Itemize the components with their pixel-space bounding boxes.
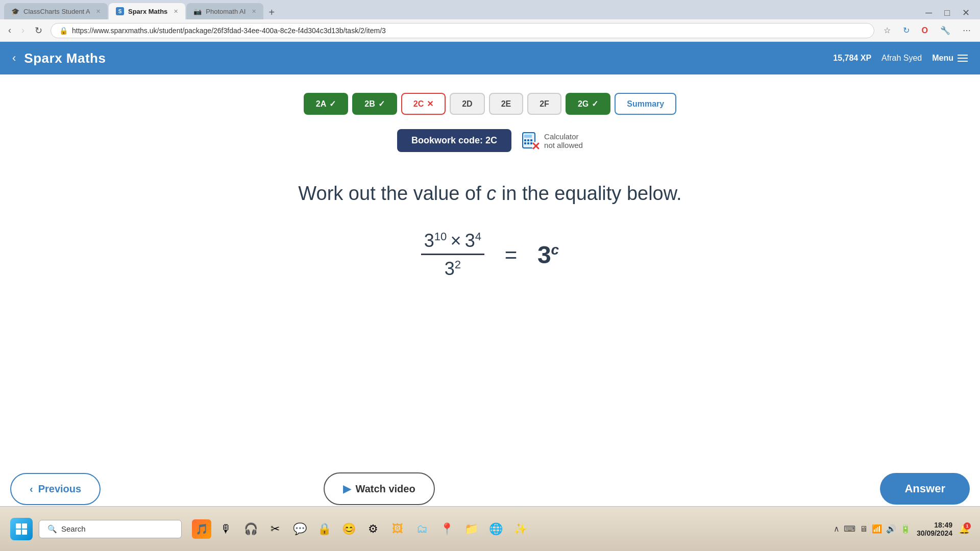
minimize-button[interactable]: ─ xyxy=(919,7,938,18)
tab-2A[interactable]: 2A ✓ xyxy=(304,93,348,115)
close-tab2-icon[interactable]: ✕ xyxy=(174,8,178,15)
address-bar[interactable]: 🔒 https://www.sparxmaths.uk/student/pack… xyxy=(51,23,874,38)
lock-icon: 🔒 xyxy=(59,27,68,35)
calculator-text: Calculator not allowed xyxy=(544,132,583,149)
address-bar-row: ‹ › ↻ 🔒 https://www.sparxmaths.uk/studen… xyxy=(0,19,980,42)
math-expression: 310 × 34 32 = 3c xyxy=(10,230,970,280)
date-text: 30/09/2024 xyxy=(917,529,952,537)
extension1-icon[interactable]: ↻ xyxy=(900,23,913,37)
tab-sparxmaths[interactable]: S Sparx Maths ✕ xyxy=(109,3,185,19)
new-tab-button[interactable]: + xyxy=(264,7,279,18)
bottom-nav: ‹ Previous ▶ Watch video Answer xyxy=(0,472,980,505)
fraction-denominator: 32 xyxy=(442,256,464,280)
app-back-button[interactable]: ‹ xyxy=(12,52,16,65)
taskbar-gallery-icon[interactable]: 🗂 xyxy=(412,519,432,539)
reload-button[interactable]: ↻ xyxy=(33,23,44,38)
svg-rect-1 xyxy=(524,135,532,138)
equals-sign: = xyxy=(499,243,523,267)
svg-rect-14 xyxy=(22,530,27,535)
taskbar-headphone-icon[interactable]: 🎧 xyxy=(241,519,260,539)
tab-summary-label: Summary xyxy=(627,99,664,109)
taskbar-search-icon: 🔍 xyxy=(47,524,57,534)
tab-2C-x-icon: ✕ xyxy=(427,99,433,109)
maximize-button[interactable]: □ xyxy=(938,7,956,18)
taskbar-arrow-icon[interactable]: ∧ xyxy=(834,524,840,534)
tab-2G-check-icon: ✓ xyxy=(592,99,598,109)
photomath-favicon: 📷 xyxy=(193,8,202,15)
bookmark-icon[interactable]: ☆ xyxy=(880,23,894,37)
exp-2: 2 xyxy=(455,258,461,271)
exp-4: 4 xyxy=(475,230,481,243)
back-nav-button[interactable]: ‹ xyxy=(6,23,13,38)
taskbar-time-display[interactable]: 18:49 30/09/2024 xyxy=(917,521,952,537)
start-button[interactable] xyxy=(10,518,33,540)
svg-rect-4 xyxy=(530,139,532,141)
extension3-icon[interactable]: 🔧 xyxy=(937,23,953,37)
tab-2C-label: 2C xyxy=(413,99,424,109)
taskbar-search-bar[interactable]: 🔍 Search xyxy=(39,520,182,538)
answer-button[interactable]: Answer xyxy=(880,473,969,505)
app-logo: Sparx Maths xyxy=(24,51,106,66)
tab-2B[interactable]: 2B ✓ xyxy=(352,93,397,115)
taskbar: 🔍 Search 🎵 🎙 🎧 ✂ 💬 🔒 😊 ⚙ 🖼 🗂 📍 📁 🌐 ✨ ∧ ⌨… xyxy=(0,506,980,551)
close-tab1-icon[interactable]: ✕ xyxy=(96,8,101,15)
question-suffix: in the equality below. xyxy=(496,183,681,204)
calculator-icon xyxy=(522,132,540,150)
classcharts-tab-title: ClassCharts Student App xyxy=(23,8,90,15)
taskbar-whatsapp-icon[interactable]: 💬 xyxy=(290,519,309,539)
taskbar-battery-icon: 🔋 xyxy=(900,524,911,534)
taskbar-folder-icon[interactable]: 📁 xyxy=(461,519,481,539)
previous-button[interactable]: ‹ Previous xyxy=(10,473,101,505)
tab-2B-check-icon: ✓ xyxy=(378,99,385,109)
notification-icon[interactable]: 🔔 1 xyxy=(959,523,970,535)
tab-2C[interactable]: 2C ✕ xyxy=(401,93,446,115)
taskbar-right: ∧ ⌨ 🖥 📶 🔊 🔋 18:49 30/09/2024 🔔 1 xyxy=(834,521,970,537)
calculator-line2: not allowed xyxy=(544,141,583,149)
question-prefix: Work out the value of xyxy=(298,183,486,204)
tab-summary[interactable]: Summary xyxy=(615,93,676,115)
bookwork-code: Bookwork code: 2C xyxy=(397,129,511,152)
tab-2B-label: 2B xyxy=(364,99,375,109)
bookwork-row: Bookwork code: 2C xyxy=(0,129,980,152)
tab-2F-label: 2F xyxy=(540,99,549,109)
fraction-numerator: 310 × 34 xyxy=(421,230,484,255)
photomath-tab-title: Photomath AI xyxy=(206,8,246,15)
taskbar-scissors-icon[interactable]: ✂ xyxy=(265,519,285,539)
previous-chevron-icon: ‹ xyxy=(30,483,33,495)
question-area: Work out the value of c in the equality … xyxy=(0,152,980,300)
extension2-icon[interactable]: O xyxy=(919,24,931,37)
tab-2G[interactable]: 2G ✓ xyxy=(566,93,610,115)
menu-button[interactable]: Menu xyxy=(932,54,968,63)
tab-2D[interactable]: 2D xyxy=(450,93,484,115)
taskbar-photos-icon[interactable]: 🖼 xyxy=(388,519,407,539)
tab-2A-label: 2A xyxy=(316,99,326,109)
svg-rect-6 xyxy=(527,142,529,144)
taskbar-volume-icon[interactable]: 🔊 xyxy=(886,524,896,534)
taskbar-sys-icons: ∧ ⌨ 🖥 📶 🔊 🔋 xyxy=(834,524,911,534)
sparx-favicon: S xyxy=(116,7,124,15)
tab-2E[interactable]: 2E xyxy=(489,93,524,115)
user-name: Afrah Syed xyxy=(881,54,922,63)
play-icon: ▶ xyxy=(343,483,351,495)
more-options-button[interactable]: ⋯ xyxy=(960,23,974,37)
tab-photomath[interactable]: 📷 Photomath AI ✕ xyxy=(186,3,263,19)
taskbar-settings-icon[interactable]: ⚙ xyxy=(363,519,383,539)
calculator-line1: Calculator xyxy=(544,132,583,141)
notification-badge: 1 xyxy=(964,522,971,530)
close-tab3-icon[interactable]: ✕ xyxy=(252,8,256,15)
taskbar-emoji-icon[interactable]: 😊 xyxy=(339,519,358,539)
forward-nav-button[interactable]: › xyxy=(19,23,27,38)
fraction: 310 × 34 32 xyxy=(421,230,484,280)
taskbar-app1-icon[interactable]: 🎵 xyxy=(192,519,211,539)
svg-rect-13 xyxy=(16,530,21,535)
svg-rect-12 xyxy=(22,523,27,529)
close-window-button[interactable]: ✕ xyxy=(956,7,976,18)
taskbar-edge-icon[interactable]: 🌐 xyxy=(486,519,505,539)
taskbar-security-icon[interactable]: 🔒 xyxy=(314,519,334,539)
taskbar-copilot-icon[interactable]: ✨ xyxy=(510,519,530,539)
tab-2F[interactable]: 2F xyxy=(527,93,561,115)
tab-classcharts[interactable]: 🎓 ClassCharts Student App ✕ xyxy=(4,3,108,19)
watch-video-button[interactable]: ▶ Watch video xyxy=(324,472,435,505)
taskbar-maps-icon[interactable]: 📍 xyxy=(437,519,456,539)
taskbar-mic-icon[interactable]: 🎙 xyxy=(216,519,236,539)
